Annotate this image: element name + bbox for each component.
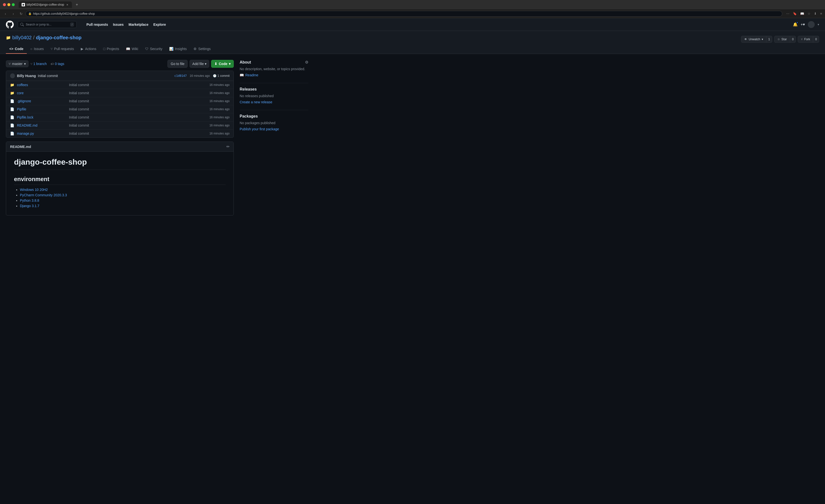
tab-security[interactable]: 🛡 Security	[142, 45, 166, 54]
tag-icon: 🏷	[51, 62, 54, 66]
file-name[interactable]: Pipfile	[17, 107, 66, 111]
main-nav: Pull requests Issues Marketplace Explore	[84, 21, 168, 28]
chevron-down-icon: ▾	[229, 62, 231, 66]
create-release-link[interactable]: Create a new release	[240, 100, 308, 104]
bookmarks-icon[interactable]: ⋯	[785, 11, 791, 16]
publish-package-link[interactable]: Publish your first package	[240, 127, 308, 131]
goto-file-button[interactable]: Go to file	[167, 60, 188, 68]
repo-name[interactable]: django-coffee-shop	[36, 35, 82, 40]
back-button[interactable]: ‹	[2, 10, 9, 17]
tab-insights[interactable]: 📊 Insights	[166, 45, 190, 54]
branch-selector[interactable]: ⑂ master ▾	[6, 60, 28, 67]
file-name[interactable]: Pipfile.lock	[17, 115, 66, 119]
repo-owner[interactable]: billy0402	[12, 35, 32, 40]
commit-author[interactable]: Billy Huang	[17, 74, 36, 78]
commit-history-link[interactable]: 🕐 1 commit	[213, 74, 230, 78]
file-icon: 📄	[10, 99, 14, 103]
notification-bell-icon[interactable]: 🔔	[793, 22, 798, 27]
traffic-lights	[3, 3, 15, 6]
tab-actions[interactable]: ▶ Actions	[77, 45, 100, 54]
more-tools-icon[interactable]: ≡	[819, 11, 823, 16]
file-time: 16 minutes ago	[210, 99, 230, 103]
packages-section: Packages No packages published Publish y…	[240, 114, 308, 131]
readme-icon: 📖	[240, 73, 244, 77]
releases-title: Releases	[240, 87, 256, 91]
sidebar-divider-1	[240, 83, 308, 83]
fork-count[interactable]: 0	[813, 36, 819, 43]
file-icon: 📄	[10, 132, 14, 136]
close-button[interactable]	[3, 3, 6, 6]
readme-edit-button[interactable]: ✏	[226, 144, 230, 149]
fork-button[interactable]: ⑂ Fork	[798, 36, 813, 43]
table-row: 📁 core Initial commit 16 minutes ago	[6, 89, 233, 97]
github-header: Search or jump to... / Pull requests Iss…	[0, 18, 825, 31]
fullscreen-button[interactable]	[12, 3, 15, 6]
user-avatar[interactable]	[808, 21, 815, 28]
list-item: Windows 10 20H2	[20, 188, 226, 192]
tag-count-link[interactable]: 🏷 0 tags	[51, 62, 64, 66]
table-row: 📁 coffees Initial commit 16 minutes ago	[6, 81, 233, 89]
nav-pull-requests[interactable]: Pull requests	[84, 21, 110, 28]
readme-title: README.md	[10, 145, 31, 149]
file-name[interactable]: coffees	[17, 83, 66, 87]
readme-body: django-coffee-shop environment Windows 1…	[6, 152, 233, 215]
minimize-button[interactable]	[7, 3, 10, 6]
add-file-button[interactable]: Add file ▾	[190, 60, 209, 68]
eye-icon: 👁	[744, 37, 747, 41]
repo-icon: 📁	[6, 35, 11, 40]
projects-icon: □	[103, 47, 105, 51]
releases-heading: Releases	[240, 87, 308, 91]
file-name[interactable]: core	[17, 91, 66, 95]
env-link-1[interactable]: PyCharm Community 2020.3.3	[20, 193, 67, 197]
file-name[interactable]: .gitignore	[17, 99, 66, 103]
star-icon[interactable]: ☆	[807, 11, 812, 16]
table-row: 📄 Pipfile Initial commit 16 minutes ago	[6, 105, 233, 113]
new-tab-button[interactable]: +	[74, 2, 80, 8]
file-time: 16 minutes ago	[210, 132, 230, 135]
tab-projects[interactable]: □ Projects	[100, 45, 123, 54]
watch-button[interactable]: 👁 Unwatch ▾	[741, 36, 766, 43]
nav-issues[interactable]: Issues	[111, 21, 126, 28]
star-button[interactable]: ☆ Star	[774, 36, 790, 43]
commit-sha[interactable]: c1d0147	[174, 74, 187, 78]
table-row: 📄 README.md Initial commit 16 minutes ag…	[6, 121, 233, 130]
tab-pull-requests[interactable]: ⑂ Pull requests	[47, 45, 77, 54]
branch-label: branch	[36, 62, 47, 66]
breadcrumb-separator: /	[33, 35, 34, 40]
sidebar-divider-2	[240, 110, 308, 110]
pocket-icon[interactable]: 🔖	[792, 11, 798, 16]
env-link-2[interactable]: Python 3.8.8	[20, 198, 39, 202]
avatar-chevron-icon[interactable]: ▾	[818, 23, 819, 26]
code-button[interactable]: ⬇ Code ▾	[211, 60, 234, 68]
reader-icon[interactable]: 📖	[799, 11, 805, 16]
env-link-3[interactable]: Django 3.1.7	[20, 204, 39, 208]
watch-count[interactable]: 1	[766, 36, 772, 43]
gear-icon[interactable]: ⚙	[305, 60, 308, 65]
commit-avatar	[10, 73, 15, 78]
nav-marketplace[interactable]: Marketplace	[127, 21, 151, 28]
github-logo[interactable]	[6, 21, 14, 28]
file-table: Billy Huang Initial commit c1d0147 16 mi…	[6, 71, 234, 138]
address-input[interactable]: 🔒 https://github.com/billy0402/django-co…	[25, 11, 782, 17]
plus-icon[interactable]: +▾	[801, 22, 805, 27]
forward-button[interactable]: ›	[10, 10, 17, 17]
env-link-0[interactable]: Windows 10 20H2	[20, 188, 48, 192]
commit-header: Billy Huang Initial commit c1d0147 16 mi…	[6, 71, 233, 81]
file-name[interactable]: README.md	[17, 123, 66, 128]
tab-code[interactable]: <> Code	[6, 45, 27, 54]
tab-close-icon[interactable]: ✕	[66, 3, 69, 6]
refresh-button[interactable]: ↻	[18, 10, 24, 17]
download-icon[interactable]: ⬇	[813, 11, 818, 16]
clock-icon: 🕐	[213, 74, 217, 78]
search-input[interactable]: Search or jump to... /	[18, 21, 77, 28]
nav-explore[interactable]: Explore	[151, 21, 168, 28]
file-name[interactable]: manage.py	[17, 132, 66, 136]
browser-tab[interactable]: billy0402/django-coffee-shop ✕	[19, 1, 72, 8]
star-count[interactable]: 0	[790, 36, 796, 43]
tab-wiki[interactable]: 📖 Wiki	[123, 45, 141, 54]
readme-sidebar-link[interactable]: 📖 Readme	[240, 73, 308, 77]
tab-issues[interactable]: ○ Issues	[27, 45, 47, 54]
tab-settings[interactable]: ⚙ Settings	[190, 45, 214, 54]
notification-dot	[796, 22, 798, 23]
branch-count-link[interactable]: ⑂ 1 branch	[30, 62, 47, 66]
